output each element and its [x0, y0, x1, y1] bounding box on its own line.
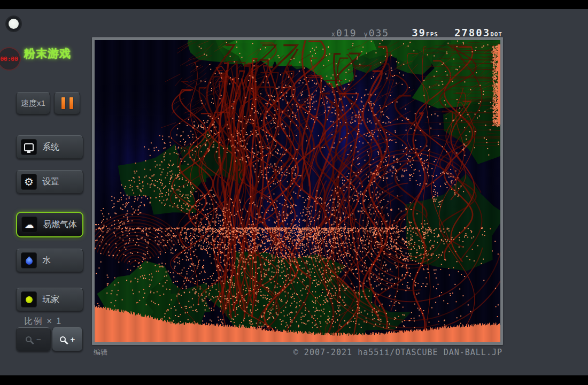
- speed-button[interactable]: 速度x1: [16, 92, 50, 114]
- hud-stats: x019 y035 39FPS 27803DOT: [257, 27, 502, 38]
- sidebar-item-water[interactable]: 水: [16, 249, 83, 272]
- recording-timer: 00:00: [0, 47, 21, 71]
- water-drop-icon: [21, 252, 37, 268]
- app-title: 粉末游戏: [24, 46, 71, 61]
- sidebar-item-settings[interactable]: ⚙ 设置: [16, 170, 83, 194]
- gas-icon: ☁: [21, 217, 37, 233]
- simulation-canvas-frame: [92, 37, 503, 345]
- tool-label: 易燃气体: [43, 219, 77, 230]
- dot-counter: 27803DOT: [454, 27, 502, 38]
- powder-game-screen: 00:00 粉末游戏 x019 y035 39FPS 27803DOT 编辑 ©…: [0, 0, 588, 385]
- monitor-icon: [21, 139, 37, 155]
- gear-icon: ⚙: [21, 174, 37, 190]
- sidebar-item-flammable-gas[interactable]: ☁ 易燃气体: [16, 212, 83, 237]
- copyright-text: © 2007-2021 ha55ii/OTASCUBE DAN-BALL.JP: [293, 348, 502, 357]
- letterbox-top: [0, 0, 588, 9]
- pause-icon: [61, 97, 65, 109]
- magnifier-minus-icon: [26, 336, 32, 342]
- pause-button[interactable]: [54, 92, 80, 114]
- sidebar-item-system[interactable]: 系统: [16, 135, 83, 159]
- player-ball-icon: [21, 291, 37, 307]
- simulation-canvas[interactable]: [95, 40, 500, 342]
- sidebar-item-player[interactable]: 玩家: [16, 288, 83, 311]
- magnifier-plus-icon: [60, 336, 66, 342]
- cursor-coordinates: x019 y035: [331, 27, 389, 38]
- window-button[interactable]: [6, 17, 21, 31]
- zoom-in-button[interactable]: +: [52, 327, 83, 351]
- tool-label: 系统: [42, 142, 59, 153]
- letterbox-bottom: [0, 375, 588, 385]
- tool-label: 水: [42, 255, 51, 266]
- scale-label: 比例 × 1: [24, 316, 62, 327]
- pause-icon: [69, 97, 73, 109]
- zoom-out-button[interactable]: −: [16, 327, 51, 351]
- edit-mode-label: 编辑: [94, 348, 107, 357]
- fps-counter: 39FPS: [412, 27, 438, 38]
- recording-time: 00:00: [0, 56, 18, 63]
- tool-label: 玩家: [42, 294, 59, 305]
- tool-label: 设置: [42, 176, 59, 188]
